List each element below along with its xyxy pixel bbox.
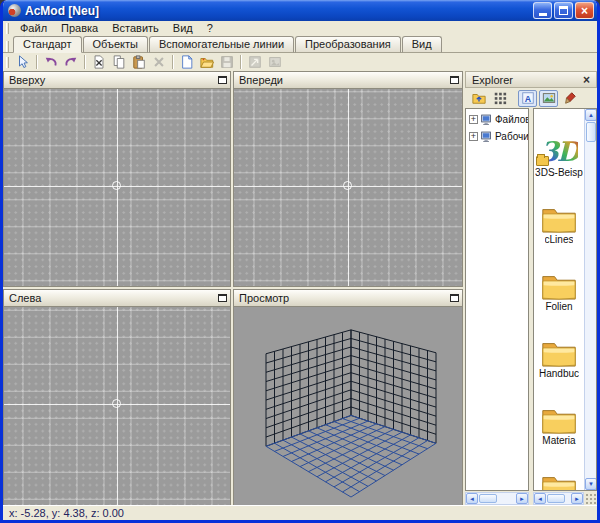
explorer-tree: +Файловая+Рабочий с [465,108,529,491]
origin-marker [343,181,352,190]
scroll-right-icon[interactable]: ► [516,493,528,504]
tab-view[interactable]: Вид [402,36,442,53]
options-button [265,54,285,71]
undo-button[interactable] [41,54,61,71]
file-item[interactable]: Objekte [535,446,583,491]
menu-item-file[interactable]: Файл [13,21,54,36]
minimize-button[interactable] [533,2,552,19]
large-icons-button[interactable] [490,90,509,107]
app-sphere-icon [8,4,21,17]
window-titlebar[interactable]: AcMod [Neu] × [3,0,597,21]
viewport-title: Слева [9,292,218,304]
viewport-preview-titlebar[interactable]: Просмотр [234,290,462,307]
up-level-button[interactable] [469,90,488,107]
toolbar-gripper[interactable] [6,23,9,34]
new-file-button[interactable] [177,54,197,71]
folder-icon [541,178,577,234]
file-item-label: 3DS-Beisp [535,167,583,178]
delete-button [149,54,169,71]
scroll-left-icon[interactable]: ◄ [534,493,546,504]
scrollbar-thumb[interactable] [479,494,497,503]
viewport-maximize-icon[interactable] [450,76,459,84]
viewport-maximize-icon[interactable] [218,294,227,302]
file-item[interactable]: 3D3DS-Beisp [535,111,583,178]
explorer-file-list: 3D3DS-BeispcLinesFolienHandbucMateriaObj… [533,108,597,491]
tab-transformations[interactable]: Преобразования [295,36,401,53]
file-item[interactable]: Folien [535,245,583,312]
viewport-grid: Вверху Впереди [3,71,463,505]
scroll-left-icon[interactable]: ◄ [466,493,478,504]
scrollbar-thumb[interactable] [586,122,596,142]
file-item-label: Folien [545,301,572,312]
menu-item-edit[interactable]: Правка [54,21,105,36]
scroll-up-icon[interactable]: ▲ [585,109,597,121]
maximize-button[interactable] [554,2,573,19]
tab-objects[interactable]: Объекты [83,36,148,53]
scrollbar-track[interactable] [585,143,596,478]
toolbar-separator [240,55,242,69]
tree-expander-icon[interactable]: + [469,132,478,141]
list-horizontal-scrollbar[interactable]: ◄ ► [533,492,584,505]
origin-marker [112,181,121,190]
viewport-top-titlebar[interactable]: Вверху [4,72,230,89]
viewport-left-titlebar[interactable]: Слева [4,290,230,307]
tree-expander-icon[interactable]: + [469,115,478,124]
viewport-title: Просмотр [239,292,450,304]
menu-item-help[interactable]: ? [200,21,220,36]
paste-button[interactable] [129,54,149,71]
explorer-close-icon[interactable]: × [583,74,590,86]
preview-3d-wireframe [234,307,462,505]
menu-item-view[interactable]: Вид [166,21,200,36]
tree-item[interactable]: +Рабочий с [466,128,528,145]
viewport-left-canvas[interactable] [4,307,230,505]
tree-item[interactable]: +Файловая [466,111,528,128]
explorer-titlebar[interactable]: Explorer × [465,71,597,88]
menu-bar: ФайлПравкаВставитьВид? [3,21,597,36]
tab-auxiliary-lines[interactable]: Вспомогательные линии [149,36,294,53]
preview-button[interactable] [539,90,558,107]
save-button [217,54,237,71]
select-cursor-button[interactable] [13,54,33,71]
resize-grip[interactable] [584,492,597,505]
open-folder-button[interactable] [197,54,217,71]
toolbar-items [13,54,285,71]
viewport-top-canvas[interactable] [4,89,230,286]
application-window: AcMod [Neu] × ФайлПравкаВставитьВид? Ста… [0,0,600,523]
minimize-icon [539,13,547,16]
scroll-right-icon[interactable]: ► [571,493,583,504]
file-item[interactable]: Materia [535,379,583,446]
toolbar-gripper[interactable] [6,41,9,52]
menu-item-insert[interactable]: Вставить [105,21,166,36]
viewport-front-titlebar[interactable]: Впереди [234,72,462,89]
tab-items: СтандартОбъектыВспомогательные линииПрео… [13,35,443,52]
viewport-maximize-icon[interactable] [218,76,227,84]
toolbar-separator [172,55,174,69]
file-item[interactable]: cLines [535,178,583,245]
toolbar-gripper[interactable] [6,57,9,68]
main-toolbar [3,53,597,71]
viewport-front-canvas[interactable] [234,89,462,286]
cut-button[interactable] [89,54,109,71]
filter-a-button[interactable]: A [518,90,537,107]
file-list-vertical-scrollbar[interactable]: ▲ ▼ [584,109,596,490]
brush-button[interactable] [560,90,579,107]
render-button [245,54,265,71]
explorer-title: Explorer [472,74,513,86]
viewport-maximize-icon[interactable] [450,294,459,302]
explorer-panel: Explorer × A +Файловая+Рабочий с 3D3DS-B… [465,71,597,505]
folder-icon [541,446,577,491]
redo-button[interactable] [61,54,81,71]
origin-marker [112,399,121,408]
close-button[interactable]: × [575,2,594,19]
explorer-toolbar: A [465,88,597,108]
window-title: AcMod [Neu] [25,4,533,18]
scrollbar-thumb[interactable] [547,494,565,503]
viewport-preview: Просмотр [233,289,463,506]
copy-button[interactable] [109,54,129,71]
tree-horizontal-scrollbar[interactable]: ◄ ► [465,492,529,505]
tab-standard[interactable]: Стандарт [13,36,82,53]
file-item[interactable]: Handbuc [535,312,583,379]
computer-icon [480,113,495,126]
scroll-down-icon[interactable]: ▼ [585,478,597,490]
viewport-preview-canvas[interactable] [234,307,462,505]
